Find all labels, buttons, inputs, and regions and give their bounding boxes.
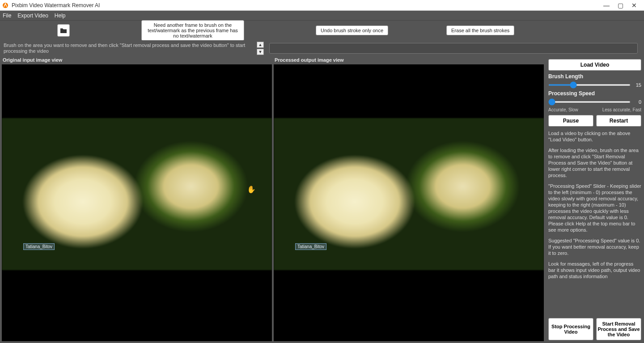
speed-labels: Accurate, Slow Less accurate, Fast: [548, 107, 641, 112]
titlebar: Pixbim Video Watermark Remover AI — ▢ ✕: [0, 0, 644, 11]
main-area: Original input image view Tatiana_Bitov …: [0, 56, 644, 343]
open-folder-button[interactable]: [57, 24, 70, 37]
menu-help[interactable]: Help: [55, 13, 66, 19]
stop-processing-button[interactable]: Stop Processing Video: [548, 318, 593, 340]
original-view-label: Original input image view: [2, 56, 272, 64]
erase-brush-button[interactable]: Erase all the brush strokes: [446, 25, 514, 35]
need-another-frame-button[interactable]: Need another frame to brush on the text/…: [141, 20, 244, 41]
start-removal-button[interactable]: Start Removal Process and Save the Video: [596, 318, 641, 340]
info-text-3: "Processing Speed" Slider - Keeping slid…: [548, 182, 641, 234]
brush-length-label: Brush Length: [548, 73, 641, 80]
pause-button[interactable]: Pause: [548, 115, 593, 127]
info-text-4: Suggested "Processing Speed" value is 0.…: [548, 237, 641, 257]
maximize-icon[interactable]: ▢: [618, 2, 623, 9]
undo-brush-button[interactable]: Undo brush stroke only once: [316, 25, 388, 35]
views-container: Original input image view Tatiana_Bitov …: [0, 56, 546, 343]
watermark-box-original[interactable]: Tatiana_Bitov: [23, 243, 55, 250]
info-text-2: After loading the video, brush on the ar…: [548, 146, 641, 179]
toolbar: Need another frame to brush on the text/…: [0, 21, 644, 40]
minimize-icon[interactable]: —: [603, 2, 610, 9]
menubar: File Export Video Help: [0, 11, 644, 21]
instruction-row: Brush on the area you want to remove and…: [0, 40, 644, 56]
hand-cursor-icon: ✋: [247, 185, 256, 194]
speed-right-label: Less accurate, Fast: [602, 107, 641, 112]
processing-speed-value: 0: [633, 99, 641, 105]
close-icon[interactable]: ✕: [631, 2, 637, 9]
load-video-button[interactable]: Load Video: [548, 59, 641, 71]
menu-file[interactable]: File: [3, 13, 11, 19]
pause-restart-row: Pause Restart: [548, 115, 641, 127]
info-text-5: Look for messages, left of the progress …: [548, 260, 641, 280]
sidebar: Load Video Brush Length 15 Processing Sp…: [546, 56, 644, 343]
processing-speed-slider[interactable]: [548, 101, 631, 103]
bottom-button-row: Stop Processing Video Start Removal Proc…: [548, 318, 641, 340]
folder-icon: [60, 27, 67, 34]
frame-down-button[interactable]: ▼: [257, 49, 264, 55]
window-controls: — ▢ ✕: [603, 2, 642, 9]
status-input[interactable]: [269, 43, 638, 54]
menu-export-video[interactable]: Export Video: [17, 13, 48, 19]
processed-view-column: Processed output image view Tatiana_Bito…: [274, 56, 544, 341]
original-view-column: Original input image view Tatiana_Bitov …: [2, 56, 272, 341]
original-canvas[interactable]: Tatiana_Bitov ✋: [2, 64, 272, 341]
restart-button[interactable]: Restart: [596, 115, 641, 127]
processed-view-label: Processed output image view: [274, 56, 544, 64]
processing-speed-slider-row: 0: [548, 99, 641, 105]
app-title: Pixbim Video Watermark Remover AI: [12, 2, 100, 8]
brush-length-slider-row: 15: [548, 82, 641, 88]
watermark-box-processed: Tatiana_Bitov: [295, 243, 326, 250]
frame-step-buttons: ▲ ▼: [257, 42, 264, 55]
brush-length-value: 15: [633, 82, 641, 88]
speed-left-label: Accurate, Slow: [548, 107, 578, 112]
processing-speed-label: Processing Speed: [548, 90, 641, 97]
processed-canvas[interactable]: Tatiana_Bitov: [274, 64, 544, 341]
info-text-1: Load a video by clicking on the above "L…: [548, 129, 641, 144]
frame-up-button[interactable]: ▲: [257, 42, 264, 48]
instruction-text: Brush on the area you want to remove and…: [4, 42, 254, 54]
brush-length-slider[interactable]: [548, 84, 631, 86]
app-logo-icon: [2, 2, 9, 9]
